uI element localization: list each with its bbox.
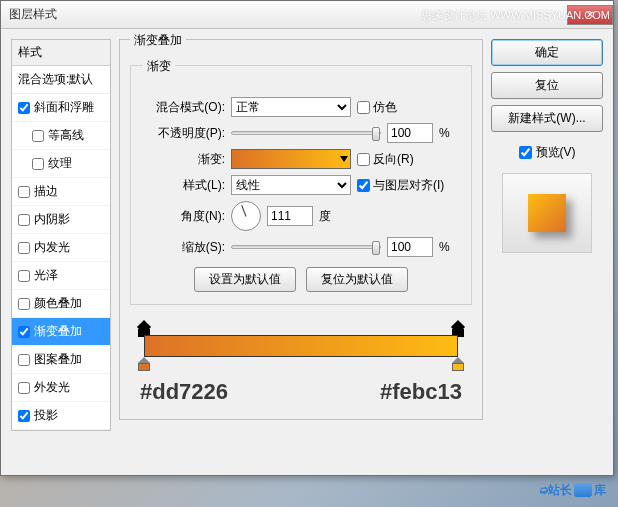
style-label-10: 外发光	[34, 379, 70, 396]
panel-title: 渐变叠加	[130, 32, 186, 49]
blending-options-item[interactable]: 混合选项:默认	[12, 66, 110, 94]
scale-label: 缩放(S):	[143, 239, 225, 256]
reverse-checkbox[interactable]	[357, 153, 370, 166]
preview-box	[502, 173, 592, 253]
percent-unit: %	[439, 240, 457, 254]
styles-header[interactable]: 样式	[12, 40, 110, 66]
color-stop-left[interactable]	[138, 357, 150, 371]
style-item-0[interactable]: 斜面和浮雕	[12, 94, 110, 122]
style-label-6: 光泽	[34, 267, 58, 284]
style-item-6[interactable]: 光泽	[12, 262, 110, 290]
opacity-input[interactable]	[387, 123, 433, 143]
cancel-button[interactable]: 复位	[491, 72, 603, 99]
style-checkbox-8[interactable]	[18, 326, 30, 338]
percent-unit: %	[439, 126, 457, 140]
color-right-label: #febc13	[380, 379, 462, 405]
opacity-stop-right[interactable]	[452, 321, 464, 333]
angle-dial[interactable]	[231, 201, 261, 231]
style-checkbox-4[interactable]	[18, 214, 30, 226]
style-label-1: 等高线	[48, 127, 84, 144]
gradient-editor: #dd7226 #febc13	[130, 323, 472, 405]
logo-icon	[574, 483, 592, 497]
style-item-11[interactable]: 投影	[12, 402, 110, 430]
preview-label: 预览(V)	[536, 144, 576, 161]
style-label-2: 纹理	[48, 155, 72, 172]
dialog-buttons: 确定 复位 新建样式(W)... 预览(V)	[491, 39, 603, 465]
preview-swatch	[528, 194, 566, 232]
watermark-bottom: ➭站长库	[538, 481, 606, 499]
gradient-overlay-panel: 渐变叠加 渐变 混合模式(O): 正常 仿色 不透明度(P): %	[119, 39, 483, 465]
style-item-9[interactable]: 图案叠加	[12, 346, 110, 374]
style-checkbox-5[interactable]	[18, 242, 30, 254]
style-select[interactable]: 线性	[231, 175, 351, 195]
section-title: 渐变	[143, 58, 175, 75]
align-label: 与图层对齐(I)	[373, 177, 444, 194]
dither-label: 仿色	[373, 99, 397, 116]
blend-mode-label: 混合模式(O):	[143, 99, 225, 116]
style-label-4: 内阴影	[34, 211, 70, 228]
gradient-bar[interactable]	[144, 335, 458, 357]
opacity-stop-left[interactable]	[138, 321, 150, 333]
angle-label: 角度(N):	[143, 208, 225, 225]
degree-unit: 度	[319, 208, 337, 225]
opacity-label: 不透明度(P):	[143, 125, 225, 142]
scale-slider[interactable]	[231, 245, 381, 249]
style-checkbox-2[interactable]	[32, 158, 44, 170]
style-item-7[interactable]: 颜色叠加	[12, 290, 110, 318]
color-stop-right[interactable]	[452, 357, 464, 371]
style-label-0: 斜面和浮雕	[34, 99, 94, 116]
style-item-3[interactable]: 描边	[12, 178, 110, 206]
style-checkbox-0[interactable]	[18, 102, 30, 114]
color-left-label: #dd7226	[140, 379, 228, 405]
style-item-8[interactable]: 渐变叠加	[12, 318, 110, 346]
style-label-3: 描边	[34, 183, 58, 200]
angle-input[interactable]	[267, 206, 313, 226]
opacity-slider[interactable]	[231, 131, 381, 135]
layer-style-dialog: 图层样式 ✕ 样式 混合选项:默认 斜面和浮雕等高线纹理描边内阴影内发光光泽颜色…	[0, 0, 614, 476]
dither-checkbox[interactable]	[357, 101, 370, 114]
align-checkbox[interactable]	[357, 179, 370, 192]
style-checkbox-9[interactable]	[18, 354, 30, 366]
style-label-7: 颜色叠加	[34, 295, 82, 312]
set-default-button[interactable]: 设置为默认值	[194, 267, 296, 292]
style-label: 样式(L):	[143, 177, 225, 194]
reset-default-button[interactable]: 复位为默认值	[306, 267, 408, 292]
style-checkbox-1[interactable]	[32, 130, 44, 142]
style-label-11: 投影	[34, 407, 58, 424]
style-checkbox-10[interactable]	[18, 382, 30, 394]
ok-button[interactable]: 确定	[491, 39, 603, 66]
blend-mode-select[interactable]: 正常	[231, 97, 351, 117]
gradient-label: 渐变:	[143, 151, 225, 168]
scale-input[interactable]	[387, 237, 433, 257]
styles-sidebar: 样式 混合选项:默认 斜面和浮雕等高线纹理描边内阴影内发光光泽颜色叠加渐变叠加图…	[11, 39, 111, 465]
style-checkbox-6[interactable]	[18, 270, 30, 282]
style-checkbox-11[interactable]	[18, 410, 30, 422]
style-item-4[interactable]: 内阴影	[12, 206, 110, 234]
gradient-swatch[interactable]	[231, 149, 351, 169]
style-item-2[interactable]: 纹理	[12, 150, 110, 178]
style-label-8: 渐变叠加	[34, 323, 82, 340]
style-item-10[interactable]: 外发光	[12, 374, 110, 402]
reverse-label: 反向(R)	[373, 151, 414, 168]
style-checkbox-3[interactable]	[18, 186, 30, 198]
style-checkbox-7[interactable]	[18, 298, 30, 310]
style-item-5[interactable]: 内发光	[12, 234, 110, 262]
preview-checkbox[interactable]	[519, 146, 532, 159]
style-label-5: 内发光	[34, 239, 70, 256]
watermark-top: 思缘设计论坛 WWW.MISSYUAN.COM	[421, 8, 610, 23]
style-label-9: 图案叠加	[34, 351, 82, 368]
new-style-button[interactable]: 新建样式(W)...	[491, 105, 603, 132]
style-item-1[interactable]: 等高线	[12, 122, 110, 150]
